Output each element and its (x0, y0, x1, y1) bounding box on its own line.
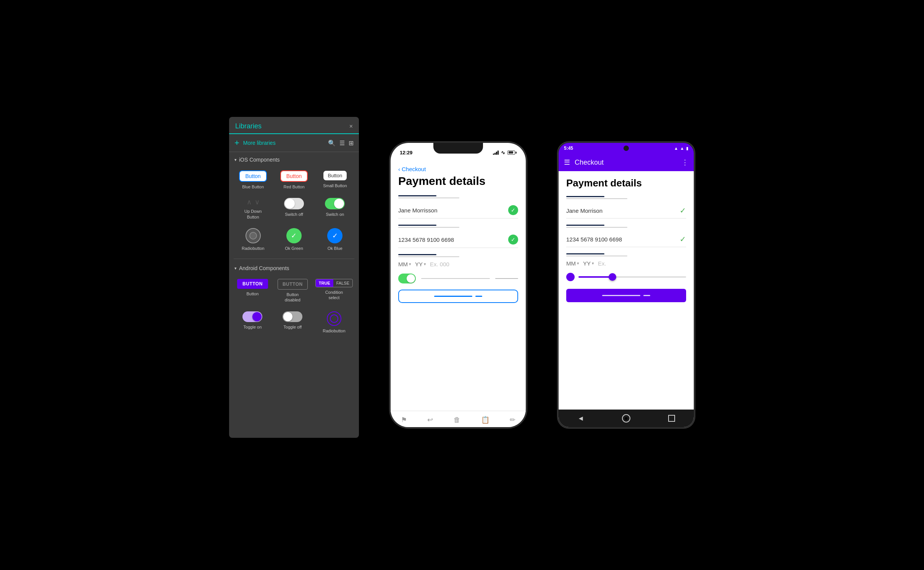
android-toggle-off[interactable] (283, 311, 302, 322)
add-library-button[interactable]: + (234, 138, 239, 148)
undo-icon[interactable]: ↩ (427, 416, 433, 424)
android-button-cell: BUTTON Button (234, 276, 271, 306)
ios-updown-label: Up DownButton (244, 209, 262, 220)
android-radio-inner (330, 314, 338, 323)
ios-switch-on[interactable] (325, 198, 345, 209)
ios-radio-label: Radiobutton (242, 246, 264, 251)
calendar-icon[interactable]: 📋 (481, 416, 489, 424)
ios-time: 12:29 (400, 150, 412, 155)
panel-title: Libraries (235, 122, 262, 133)
name-field-row: Jane Morrisson ✓ (398, 202, 518, 219)
android-camera-notch (624, 146, 629, 151)
ios-blue-button[interactable]: Button (239, 170, 267, 182)
android-signal-icon: ▲ (680, 146, 684, 151)
android-radio-label: Radiobutton (323, 328, 345, 334)
ios-section-label: iOS Components (239, 157, 280, 163)
android-mm-dropdown[interactable]: MM ▾ (566, 260, 579, 267)
ios-back-link[interactable]: ‹ Checkout (398, 166, 518, 172)
down-arrow-icon: ∨ (255, 198, 260, 206)
updown-button[interactable]: ∧ ∨ (247, 198, 260, 206)
android-back-icon[interactable]: ◄ (577, 415, 584, 423)
android-content: Payment details Jane Morrison ✓ 1234 567 (559, 171, 694, 410)
android-slider-thumb (609, 273, 616, 281)
battery-body (507, 151, 515, 155)
android-screen: Payment details Jane Morrison ✓ 1234 567 (559, 171, 694, 427)
android-battery-icon: ▮ (686, 146, 688, 151)
ios-switch-off[interactable] (284, 198, 304, 209)
mm-label: MM (398, 261, 408, 267)
list-view-icon[interactable]: ☰ (339, 139, 345, 147)
ios-ok-green-label: Ok Green (285, 246, 303, 251)
android-recent-icon[interactable] (668, 415, 675, 422)
android-yy-dropdown[interactable]: YY ▾ (583, 260, 594, 267)
delete-icon[interactable]: 🗑 (454, 416, 460, 424)
android-slider-track[interactable] (578, 276, 686, 278)
android-card-label-line (566, 225, 604, 226)
android-expiry-label-line (566, 253, 604, 254)
android-section-header: ▾ Android Components (229, 261, 359, 274)
ios-small-button[interactable]: Button (323, 170, 347, 181)
mm-dropdown[interactable]: MM ▾ (398, 261, 411, 267)
android-home-icon[interactable]: ● (622, 414, 630, 423)
android-name-underline (566, 198, 627, 199)
ios-ok-green[interactable]: ✓ (286, 228, 302, 243)
android-button-label: Button (247, 291, 259, 296)
card-field-row: 1234 5678 9100 6698 ✓ (398, 232, 518, 248)
save-card-toggle[interactable] (398, 274, 416, 283)
card-check-icon: ✓ (508, 235, 518, 245)
android-name-value: Jane Morrison (566, 207, 603, 214)
search-icon[interactable]: 🔍 (328, 139, 336, 147)
android-pay-line-short (643, 295, 650, 296)
ios-ok-blue[interactable]: ✓ (327, 228, 342, 243)
ios-red-button[interactable]: Button (280, 170, 308, 182)
android-button[interactable]: BUTTON (237, 279, 268, 289)
expiry-row: MM ▾ YY ▾ Ex. 000 (398, 261, 518, 267)
ios-toggle-knob-off (285, 199, 295, 209)
android-toggle-on[interactable] (242, 311, 262, 322)
name-field-block: Jane Morrisson ✓ (398, 195, 518, 219)
ios-blue-button-label: Blue Button (242, 184, 264, 189)
android-yy-arrow: ▾ (592, 261, 594, 266)
android-radiobutton[interactable] (327, 311, 341, 326)
grid-view-icon[interactable]: ⊞ (349, 139, 354, 147)
android-name-row: Jane Morrison ✓ (566, 203, 686, 219)
flag-icon[interactable]: ⚑ (401, 416, 407, 424)
section-divider (234, 259, 354, 259)
yy-dropdown[interactable]: YY ▾ (415, 261, 426, 267)
ios-pay-button[interactable] (398, 290, 518, 303)
toggle-row (398, 274, 518, 283)
battery-fill (509, 151, 513, 154)
android-pay-button[interactable] (566, 289, 686, 302)
bar2 (494, 153, 496, 155)
pay-line-long (434, 296, 472, 297)
ios-updown-cell: ∧ ∨ Up DownButton (234, 195, 272, 223)
android-app-bar: ☰ Checkout ⋮ (559, 154, 694, 171)
ios-ok-blue-cell: ✓ Ok Blue (316, 225, 354, 254)
more-libraries-button[interactable]: More libraries (243, 140, 324, 146)
android-name-check-icon: ✓ (680, 206, 686, 215)
ios-section-header: ▾ iOS Components (229, 152, 359, 166)
android-page-title: Payment details (566, 177, 686, 189)
android-radio-dot (332, 317, 336, 321)
ios-bottom-toolbar: ⚑ ↩ 🗑 📋 ✏ (391, 411, 526, 427)
ios-screen: ‹ Checkout Payment details Jane Morrisso… (391, 160, 526, 427)
condition-select[interactable]: TRUE FALSE (315, 279, 353, 287)
bar4 (498, 151, 499, 155)
android-menu-icon[interactable]: ☰ (564, 158, 570, 167)
android-time: 5:45 (564, 146, 573, 151)
ios-radiobutton[interactable] (246, 228, 261, 243)
radio-inner (249, 232, 257, 240)
android-status-icons: ▲ ▲ ▮ (674, 146, 688, 151)
android-more-icon[interactable]: ⋮ (682, 158, 688, 167)
share-icon[interactable]: ✏ (510, 416, 515, 424)
ios-notch (433, 143, 483, 154)
close-icon[interactable]: × (349, 123, 353, 133)
ios-radio-cell: Radiobutton (234, 225, 272, 254)
ios-switch-off-label: Switch off (285, 212, 303, 217)
yy-label: YY (415, 261, 423, 267)
android-section-label: Android Components (239, 265, 289, 271)
android-toggle-on-cell: Toggle on (234, 308, 271, 337)
ios-small-button-label: Small Button (323, 183, 347, 188)
panel-header: Libraries × (229, 117, 359, 134)
android-mm-label: MM (566, 260, 576, 267)
